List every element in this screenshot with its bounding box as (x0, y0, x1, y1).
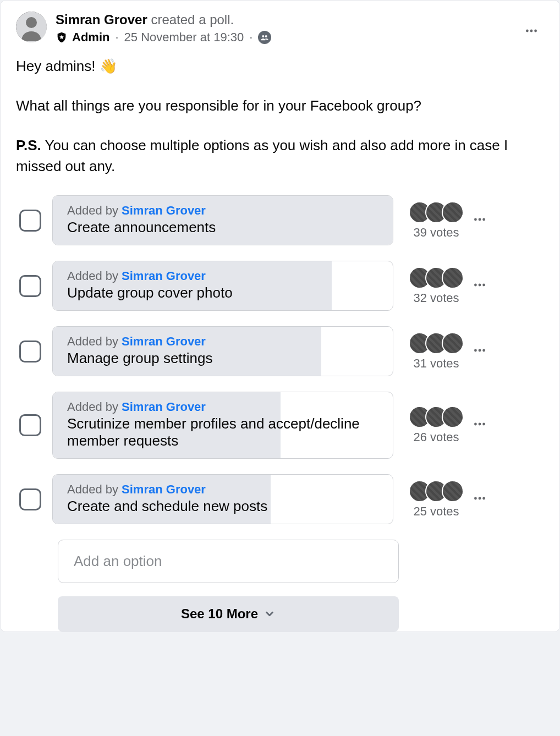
svg-point-10 (474, 283, 477, 286)
author-role: Admin (72, 30, 109, 45)
voter-avatars[interactable] (409, 201, 464, 223)
add-option-input[interactable] (73, 552, 384, 570)
poll-option-row: Added by Simran Grover Manage group sett… (16, 326, 544, 376)
poll-option-menu[interactable] (470, 341, 489, 362)
poll-option-menu[interactable] (470, 210, 489, 231)
author-name[interactable]: Simran Grover (56, 12, 147, 27)
post-body: Hey admins! 👋 What all things are you re… (16, 56, 544, 177)
poll-option-content: Added by Simran Grover Update group cove… (53, 261, 393, 310)
poll-option-row: Added by Simran Grover Create announceme… (16, 195, 544, 245)
poll-vote-block: 26 votes (409, 406, 489, 444)
author-avatar[interactable] (16, 12, 47, 42)
poll-option-menu[interactable] (470, 276, 489, 296)
poll-option-row: Added by Simran Grover Scrutinize member… (16, 392, 544, 459)
poll-voters: 39 votes (409, 201, 464, 240)
svg-point-7 (474, 218, 477, 221)
admin-badge-icon (56, 31, 68, 43)
ps-label: P.S. (16, 137, 41, 153)
poll-vote-count: 26 votes (413, 430, 459, 444)
added-by-author[interactable]: Simran Grover (122, 400, 206, 414)
added-by-author[interactable]: Simran Grover (122, 269, 206, 283)
poll-option-box[interactable]: Added by Simran Grover Update group cove… (52, 261, 393, 311)
post-title-line: Simran Grover created a poll. (56, 12, 544, 28)
poll-option-added-by: Added by Simran Grover (67, 204, 378, 218)
svg-point-18 (482, 423, 485, 426)
post-action: created a poll. (151, 12, 234, 27)
voter-avatar (442, 332, 464, 354)
voter-avatar (442, 406, 464, 428)
svg-point-9 (482, 218, 485, 221)
poll-option-text: Create announcements (67, 219, 378, 236)
svg-point-13 (474, 349, 477, 351)
added-by-author[interactable]: Simran Grover (122, 204, 206, 217)
poll-voters: 32 votes (409, 267, 464, 305)
poll-option-menu[interactable] (470, 489, 489, 510)
svg-point-21 (482, 497, 485, 499)
svg-point-16 (474, 423, 477, 426)
svg-point-5 (530, 30, 533, 32)
svg-point-2 (262, 35, 265, 37)
svg-point-4 (526, 30, 529, 32)
poll-option-added-by: Added by Simran Grover (67, 482, 378, 497)
poll-option-text: Scrutinize member profiles and accept/de… (67, 415, 378, 449)
poll-option-checkbox[interactable] (19, 340, 41, 362)
voter-avatars[interactable] (409, 480, 464, 502)
poll-option-checkbox[interactable] (19, 210, 41, 232)
svg-point-8 (479, 218, 481, 221)
voter-avatars[interactable] (409, 406, 464, 428)
poll-option-row: Added by Simran Grover Update group cove… (16, 261, 544, 311)
see-more-button[interactable]: See 10 More (58, 596, 399, 631)
svg-point-11 (479, 283, 481, 286)
poll-option-checkbox[interactable] (19, 275, 41, 297)
poll-option-text: Manage group settings (67, 350, 378, 367)
poll-option-added-by: Added by Simran Grover (67, 400, 378, 414)
poll-option-added-by: Added by Simran Grover (67, 269, 378, 283)
added-by-prefix: Added by (67, 334, 122, 348)
poll-option-box[interactable]: Added by Simran Grover Create announceme… (52, 195, 393, 245)
post-greeting: Hey admins! 👋 (16, 56, 544, 76)
voter-avatars[interactable] (409, 267, 464, 289)
poll-option-text: Create and schedule new posts (67, 498, 378, 515)
svg-point-12 (482, 283, 485, 286)
audience-icon[interactable] (258, 31, 271, 44)
svg-point-1 (26, 17, 37, 28)
voter-avatar (442, 480, 464, 502)
poll-options: Added by Simran Grover Create announceme… (16, 195, 544, 524)
voter-avatar (442, 267, 464, 289)
post-menu-button[interactable] (521, 20, 542, 43)
post-timestamp[interactable]: 25 November at 19:30 (124, 30, 244, 45)
poll-option-box[interactable]: Added by Simran Grover Scrutinize member… (52, 392, 393, 459)
svg-point-3 (265, 35, 267, 37)
poll-post-card: Simran Grover created a poll. Admin 25 N… (0, 0, 560, 632)
poll-option-menu[interactable] (470, 415, 489, 436)
svg-point-17 (479, 423, 481, 426)
poll-voters: 25 votes (409, 480, 464, 519)
poll-option-box[interactable]: Added by Simran Grover Create and schedu… (52, 474, 393, 524)
poll-vote-block: 39 votes (409, 201, 489, 240)
added-by-prefix: Added by (67, 204, 122, 217)
poll-option-content: Added by Simran Grover Scrutinize member… (53, 392, 393, 458)
chevron-down-icon (263, 608, 276, 620)
see-more-label: See 10 More (181, 606, 258, 622)
poll-vote-block: 31 votes (409, 332, 489, 371)
post-header: Simran Grover created a poll. Admin 25 N… (16, 12, 544, 45)
post-ps: P.S. You can choose multiple options as … (16, 135, 544, 177)
poll-option-added-by: Added by Simran Grover (67, 334, 378, 349)
svg-point-15 (482, 349, 485, 351)
voter-avatars[interactable] (409, 332, 464, 354)
poll-option-box[interactable]: Added by Simran Grover Manage group sett… (52, 326, 393, 376)
post-question: What all things are you responsible for … (16, 95, 544, 116)
poll-option-checkbox[interactable] (19, 414, 41, 436)
add-option-box[interactable] (58, 540, 399, 583)
poll-voters: 26 votes (409, 406, 464, 444)
svg-point-14 (479, 349, 481, 351)
added-by-prefix: Added by (67, 269, 122, 283)
poll-option-content: Added by Simran Grover Create and schedu… (53, 475, 393, 524)
see-more-row: See 10 More (58, 596, 544, 631)
added-by-author[interactable]: Simran Grover (122, 334, 206, 348)
added-by-author[interactable]: Simran Grover (122, 482, 206, 496)
poll-option-checkbox[interactable] (19, 488, 41, 510)
meta-separator (114, 30, 119, 45)
post-meta-line: Admin 25 November at 19:30 (56, 30, 544, 45)
poll-vote-block: 25 votes (409, 480, 489, 519)
